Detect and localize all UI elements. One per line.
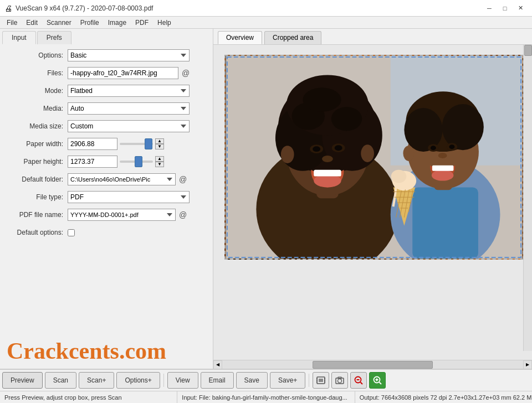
- paper-width-down[interactable]: ▼: [155, 144, 164, 149]
- scroll-track[interactable]: [222, 360, 523, 369]
- close-button[interactable]: ✕: [513, 3, 528, 14]
- media-select[interactable]: Auto: [68, 102, 190, 115]
- default-options-checkbox[interactable]: [68, 229, 75, 236]
- scroll-left-button[interactable]: ◀: [213, 360, 222, 369]
- svg-point-32: [449, 144, 455, 149]
- menu-pdf[interactable]: PDF: [131, 18, 153, 28]
- media-size-control: Custom: [68, 120, 206, 132]
- paper-width-track[interactable]: [120, 143, 153, 145]
- zoom-minus-icon: [354, 375, 364, 385]
- scan-plus-button[interactable]: Scan+: [79, 372, 114, 389]
- svg-point-15: [313, 146, 320, 152]
- window-title: VueScan 9 x64 (9.7.27) - 2020-07-08-0003…: [16, 4, 153, 12]
- paper-width-input[interactable]: [68, 138, 117, 150]
- image-area: [213, 45, 532, 360]
- menu-file[interactable]: File: [2, 18, 22, 28]
- svg-point-21: [361, 144, 374, 162]
- scroll-right-button[interactable]: ▶: [523, 360, 532, 369]
- view-button[interactable]: View: [167, 372, 198, 389]
- paper-width-slider-container: [120, 143, 153, 145]
- film-strip-button[interactable]: [313, 372, 329, 389]
- svg-point-31: [431, 146, 436, 150]
- file-type-label: File type:: [7, 193, 68, 201]
- paper-height-row: Paper height: ▲ ▼: [7, 155, 206, 168]
- tab-overview[interactable]: Overview: [218, 31, 262, 44]
- svg-point-16: [335, 145, 342, 151]
- paper-height-up[interactable]: ▲: [155, 156, 164, 162]
- paper-height-slider-container: [120, 161, 153, 163]
- status-right: Output: 7664x3608 pixels 72 dpi 2.7e+03x…: [355, 391, 532, 403]
- options-select[interactable]: Basic: [68, 49, 190, 61]
- camera-button[interactable]: [331, 372, 348, 389]
- status-left: Press Preview, adjust crop box, press Sc…: [0, 391, 177, 403]
- preview-button[interactable]: Preview: [2, 372, 43, 389]
- maximize-button[interactable]: □: [498, 3, 512, 14]
- mode-select[interactable]: Flatbed: [68, 85, 190, 97]
- file-type-control: PDF: [68, 191, 206, 203]
- scan-button[interactable]: Scan: [45, 372, 76, 389]
- minimize-button[interactable]: ─: [482, 3, 497, 14]
- paper-height-thumb[interactable]: [135, 156, 142, 167]
- scanned-image: [224, 55, 524, 260]
- form-area: Options: Basic Files: @ Mode:: [0, 44, 213, 333]
- menu-edit[interactable]: Edit: [22, 18, 42, 28]
- pdf-filename-at-button[interactable]: @: [178, 210, 188, 219]
- menu-scanner[interactable]: Scanner: [42, 18, 76, 28]
- svg-point-33: [438, 153, 447, 158]
- media-size-row: Media size: Custom: [7, 120, 206, 133]
- pdf-filename-control: YYYY-MM-DD-0001+.pdf @: [68, 209, 206, 221]
- svg-point-12: [303, 87, 341, 112]
- tab-prefs[interactable]: Prefs: [37, 31, 71, 44]
- paper-height-input[interactable]: [68, 156, 117, 168]
- paper-width-thumb[interactable]: [145, 138, 152, 149]
- svg-rect-35: [432, 166, 454, 171]
- menu-image[interactable]: Image: [104, 18, 131, 28]
- files-control: @: [68, 67, 206, 79]
- svg-rect-23: [412, 187, 478, 259]
- media-size-select[interactable]: Custom: [68, 120, 190, 132]
- paper-width-up[interactable]: ▲: [155, 138, 164, 144]
- paper-height-spinner: ▲ ▼: [155, 156, 164, 167]
- svg-rect-50: [316, 378, 318, 379]
- default-folder-select[interactable]: C:\Users\no46o\OneDrive\Pic: [68, 173, 176, 185]
- tab-cropped-area[interactable]: Cropped area: [264, 31, 321, 44]
- default-folder-label: Default folder:: [7, 175, 68, 183]
- vertical-scrollbar[interactable]: [523, 45, 532, 351]
- media-row: Media: Auto: [7, 102, 206, 115]
- watermark: Crackcents.com: [0, 333, 213, 369]
- file-type-select[interactable]: PDF: [68, 191, 190, 203]
- menu-profile[interactable]: Profile: [76, 18, 104, 28]
- tab-input[interactable]: Input: [2, 31, 36, 44]
- files-at-button[interactable]: @: [181, 69, 191, 78]
- view-tab-bar: Overview Cropped area: [213, 29, 532, 45]
- paper-width-label: Paper width:: [7, 140, 68, 148]
- svg-point-17: [322, 156, 333, 162]
- paper-width-row: Paper width: ▲ ▼: [7, 137, 206, 151]
- image-scroll[interactable]: [213, 45, 532, 360]
- zoom-plus-button[interactable]: [369, 372, 386, 389]
- media-size-label: Media size:: [7, 122, 68, 130]
- left-tab-bar: Input Prefs: [0, 29, 213, 44]
- default-folder-at-button[interactable]: @: [178, 175, 188, 184]
- save-button[interactable]: Save: [236, 372, 268, 389]
- email-button[interactable]: Email: [201, 372, 234, 389]
- scroll-thumb[interactable]: [313, 361, 433, 369]
- options-row: Options: Basic: [7, 49, 206, 62]
- zoom-minus-button[interactable]: [350, 372, 367, 389]
- pdf-filename-select[interactable]: YYYY-MM-DD-0001+.pdf: [68, 209, 176, 221]
- svg-line-62: [361, 383, 363, 385]
- menu-help[interactable]: Help: [153, 18, 176, 28]
- default-folder-control: C:\Users\no46o\OneDrive\Pic @: [68, 173, 206, 185]
- left-panel: Input Prefs Options: Basic Files: @: [0, 29, 213, 369]
- toolbar-separator-1: [163, 374, 164, 387]
- paper-height-control: ▲ ▼: [68, 156, 206, 168]
- paper-height-down[interactable]: ▼: [155, 162, 164, 167]
- options-plus-button[interactable]: Options+: [116, 372, 160, 389]
- default-options-label: Default options:: [7, 229, 68, 236]
- files-input[interactable]: [68, 67, 178, 79]
- save-plus-button[interactable]: Save+: [270, 372, 305, 389]
- default-options-row: Default options:: [7, 226, 206, 239]
- svg-rect-51: [316, 380, 318, 381]
- paper-width-control: ▲ ▼: [68, 138, 206, 150]
- paper-height-track[interactable]: [120, 161, 153, 163]
